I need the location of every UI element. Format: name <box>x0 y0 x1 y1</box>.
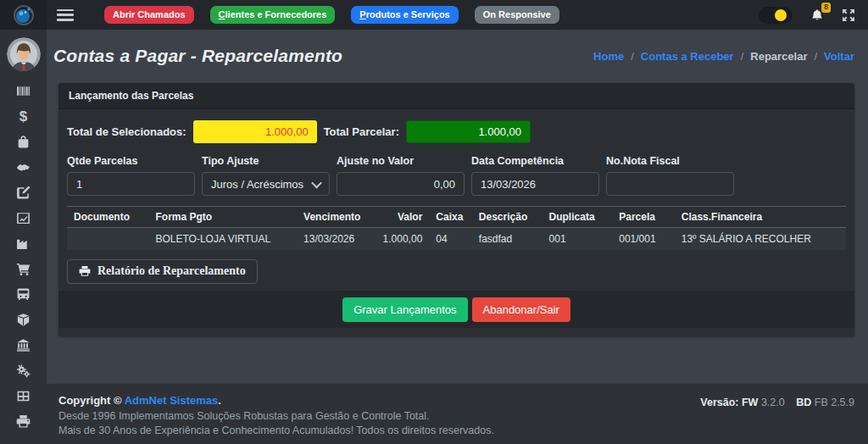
data-competencia-input[interactable] <box>471 172 599 196</box>
footer-line3: Mais de 30 Anos de Experiência e Conheci… <box>58 424 494 438</box>
table-header-row: Documento Forma Pgto Vencimento Valor Ca… <box>67 207 846 228</box>
dollar-sign-icon[interactable]: $ <box>16 109 31 124</box>
parcelas-card: Lançamento das Parcelas Total de Selecio… <box>58 83 854 336</box>
table-row[interactable]: BOLETO-LOJA VIRTUAL 13/03/2026 1.000,00 … <box>67 228 846 251</box>
cell-parcela: 001/001 <box>612 228 675 251</box>
shopping-cart-icon[interactable] <box>16 262 31 276</box>
breadcrumb-contas-a-receber[interactable]: Contas a Receber <box>641 50 734 63</box>
abandonar-sair-button[interactable]: Abandonar/Sair <box>472 297 570 322</box>
sidebar: $ <box>0 0 47 444</box>
planet-logo-icon <box>13 4 35 26</box>
hamburger-menu-icon[interactable] <box>57 9 74 21</box>
breadcrumb-reparcelar: Reparcelar <box>750 50 807 63</box>
footer-left: Copyright © AdmNet Sistemas. Desde 1996 … <box>58 394 494 438</box>
page-header: Contas a Pagar - Reparcelamento Home / C… <box>47 30 868 82</box>
topbar: Abrir Chamados Clientes e Fornecedores P… <box>47 0 868 30</box>
notification-badge: 8 <box>821 3 831 13</box>
total-selecionados-label: Total de Selecionados: <box>67 125 186 138</box>
cell-vencimento: 13/03/2026 <box>297 228 370 251</box>
nota-fiscal-label: No.Nota Fiscal <box>606 155 734 167</box>
nota-fiscal-input[interactable] <box>606 172 734 196</box>
cell-descricao: fasdfad <box>472 228 542 251</box>
parcelas-table: Documento Forma Pgto Vencimento Valor Ca… <box>67 206 846 250</box>
footer: Copyright © AdmNet Sistemas. Desde 1996 … <box>47 384 868 444</box>
total-parcelar-label: Total Parcelar: <box>324 125 399 138</box>
cell-valor: 1.000,00 <box>370 228 429 251</box>
print-icon[interactable] <box>16 414 31 429</box>
topbar-right-controls: 8 <box>759 7 855 24</box>
barcode-icon[interactable] <box>16 84 31 98</box>
on-responsive-button[interactable]: On Responsive <box>475 6 559 23</box>
chevron-down-icon <box>311 177 322 188</box>
cell-caixa: 04 <box>429 228 472 251</box>
page-title: Contas a Pagar - Reparcelamento <box>53 46 342 66</box>
bus-icon[interactable] <box>16 287 31 302</box>
version-info: Versão: FW 3.2.0 BD FB 2.5.9 <box>700 397 854 408</box>
box-icon[interactable] <box>16 313 31 327</box>
tipo-ajuste-label: Tipo Ajuste <box>202 155 330 167</box>
breadcrumb-voltar[interactable]: Voltar <box>824 50 854 63</box>
total-parcelar-value: 1.000,00 <box>406 120 531 143</box>
copyright-line: Copyright © AdmNet Sistemas. <box>58 394 494 407</box>
user-avatar[interactable] <box>7 37 41 71</box>
tipo-ajuste-select[interactable]: Juros / Acréscimos <box>202 172 330 196</box>
parcelas-form: Qtde Parcelas Tipo Ajuste Juros / Acrésc… <box>67 155 846 196</box>
ajuste-no-valor-input[interactable] <box>337 172 465 196</box>
fullscreen-expand-icon[interactable] <box>842 8 855 22</box>
admnet-link[interactable]: AdmNet Sistemas <box>125 394 219 407</box>
clientes-fornecedores-button[interactable]: Clientes e Fornecedores <box>210 6 336 23</box>
shopping-bag-icon[interactable] <box>16 135 31 149</box>
card-header: Lançamento das Parcelas <box>58 83 854 109</box>
produtos-servicos-button[interactable]: Produtos e Serviços <box>351 6 458 23</box>
breadcrumb-home[interactable]: Home <box>593 50 624 63</box>
footer-line2: Desde 1996 Implementamos Soluções Robust… <box>58 409 494 424</box>
data-competencia-label: Data Competência <box>471 155 599 167</box>
gravar-lancamentos-button[interactable]: Gravar Lançamentos <box>342 297 467 322</box>
theme-toggle[interactable] <box>759 7 793 24</box>
qtde-parcelas-label: Qtde Parcelas <box>67 155 195 167</box>
bank-icon[interactable] <box>16 338 31 352</box>
table-icon[interactable] <box>16 389 31 403</box>
cell-forma-pgto: BOLETO-LOJA VIRTUAL <box>148 228 297 251</box>
industry-chart-icon[interactable] <box>16 236 31 251</box>
action-strip: Gravar Lançamentos Abandonar/Sair <box>58 291 854 328</box>
ajuste-no-valor-label: Ajuste no Valor <box>337 155 465 167</box>
app-logo[interactable] <box>0 0 47 30</box>
sidebar-menu: $ <box>16 84 31 429</box>
handshake-icon[interactable] <box>16 160 31 175</box>
relatorio-reparcelamento-button[interactable]: Relatório de Reparcelamento <box>67 259 258 284</box>
cogs-icon[interactable] <box>16 364 31 378</box>
cell-duplicata: 001 <box>542 228 613 251</box>
cell-class-financeira: 13º SALÁRIO A RECOLHER <box>675 228 846 251</box>
toggle-knob <box>775 9 787 21</box>
total-selecionados-value: 1.000,00 <box>193 120 317 143</box>
print-icon <box>79 265 91 277</box>
cell-documento <box>67 228 148 251</box>
abrir-chamados-button[interactable]: Abrir Chamados <box>104 6 194 23</box>
totals-row: Total de Selecionados: 1.000,00 Total Pa… <box>67 120 846 143</box>
topbar-quick-buttons: Abrir Chamados Clientes e Fornecedores P… <box>104 6 559 23</box>
notifications-bell-icon[interactable]: 8 <box>810 8 824 23</box>
qtde-parcelas-input[interactable] <box>67 172 195 196</box>
breadcrumb: Home / Contas a Receber / Reparcelar / V… <box>593 50 854 63</box>
edit-icon[interactable] <box>16 186 31 200</box>
chart-line-icon[interactable] <box>16 211 31 225</box>
